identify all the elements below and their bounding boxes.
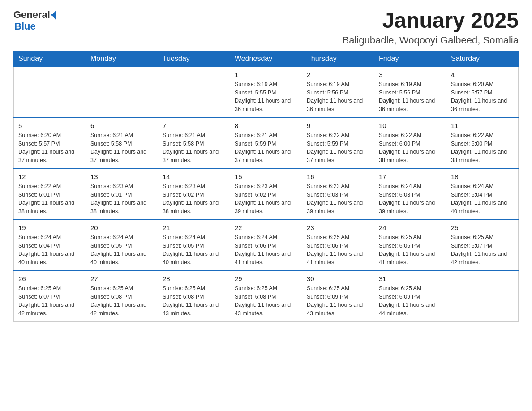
calendar-cell: 9Sunrise: 6:22 AMSunset: 5:59 PMDaylight…	[302, 118, 374, 169]
day-info: Sunrise: 6:20 AMSunset: 5:57 PMDaylight:…	[18, 131, 81, 165]
day-info: Sunrise: 6:24 AMSunset: 6:05 PMDaylight:…	[163, 233, 225, 267]
day-number: 24	[379, 224, 442, 231]
day-info: Sunrise: 6:25 AMSunset: 6:06 PMDaylight:…	[379, 233, 442, 267]
day-info: Sunrise: 6:19 AMSunset: 5:56 PMDaylight:…	[307, 80, 369, 114]
calendar-cell: 31Sunrise: 6:25 AMSunset: 6:09 PMDayligh…	[374, 271, 446, 322]
day-info: Sunrise: 6:25 AMSunset: 6:09 PMDaylight:…	[379, 284, 442, 318]
calendar-cell: 3Sunrise: 6:19 AMSunset: 5:56 PMDaylight…	[374, 67, 446, 118]
calendar-title: January 2025	[343, 9, 519, 33]
day-number: 1	[235, 71, 297, 78]
day-info: Sunrise: 6:24 AMSunset: 6:04 PMDaylight:…	[451, 182, 514, 216]
calendar-week-row: 19Sunrise: 6:24 AMSunset: 6:04 PMDayligh…	[14, 220, 519, 271]
day-number: 25	[451, 224, 514, 231]
day-number: 21	[163, 224, 225, 231]
calendar-cell: 17Sunrise: 6:24 AMSunset: 6:03 PMDayligh…	[374, 169, 446, 220]
calendar-cell: 23Sunrise: 6:25 AMSunset: 6:06 PMDayligh…	[302, 220, 374, 271]
calendar-cell: 29Sunrise: 6:25 AMSunset: 6:08 PMDayligh…	[230, 271, 302, 322]
day-number: 26	[18, 275, 81, 283]
title-block: January 2025 Baligubadle, Woqooyi Galbee…	[343, 9, 519, 46]
day-number: 4	[451, 71, 514, 78]
calendar-header-row: SundayMondayTuesdayWednesdayThursdayFrid…	[14, 51, 519, 67]
day-number: 6	[90, 122, 153, 129]
calendar-cell: 5Sunrise: 6:20 AMSunset: 5:57 PMDaylight…	[14, 118, 86, 169]
calendar-week-row: 5Sunrise: 6:20 AMSunset: 5:57 PMDaylight…	[14, 118, 519, 169]
day-info: Sunrise: 6:25 AMSunset: 6:07 PMDaylight:…	[18, 284, 81, 318]
calendar-cell: 30Sunrise: 6:25 AMSunset: 6:09 PMDayligh…	[302, 271, 374, 322]
day-info: Sunrise: 6:23 AMSunset: 6:02 PMDaylight:…	[163, 182, 225, 216]
calendar-cell: 7Sunrise: 6:21 AMSunset: 5:58 PMDaylight…	[158, 118, 230, 169]
day-info: Sunrise: 6:21 AMSunset: 5:59 PMDaylight:…	[235, 131, 297, 165]
day-info: Sunrise: 6:23 AMSunset: 6:03 PMDaylight:…	[307, 182, 369, 216]
calendar-week-row: 12Sunrise: 6:22 AMSunset: 6:01 PMDayligh…	[14, 169, 519, 220]
day-number: 30	[307, 275, 369, 283]
calendar-cell	[446, 271, 519, 322]
day-info: Sunrise: 6:25 AMSunset: 6:08 PMDaylight:…	[90, 284, 153, 318]
day-number: 22	[235, 224, 297, 231]
calendar-cell: 11Sunrise: 6:22 AMSunset: 6:00 PMDayligh…	[446, 118, 519, 169]
day-number: 27	[90, 275, 153, 283]
logo-general-text: General	[13, 9, 50, 21]
column-header-sunday: Sunday	[14, 51, 86, 67]
day-info: Sunrise: 6:22 AMSunset: 6:00 PMDaylight:…	[379, 131, 442, 165]
day-number: 12	[18, 173, 81, 180]
calendar-cell	[14, 67, 86, 118]
day-info: Sunrise: 6:25 AMSunset: 6:07 PMDaylight:…	[451, 233, 514, 267]
day-number: 28	[163, 275, 225, 283]
column-header-wednesday: Wednesday	[230, 51, 302, 67]
day-info: Sunrise: 6:24 AMSunset: 6:03 PMDaylight:…	[379, 182, 442, 216]
day-number: 10	[379, 122, 442, 129]
column-header-friday: Friday	[374, 51, 446, 67]
calendar-cell: 26Sunrise: 6:25 AMSunset: 6:07 PMDayligh…	[14, 271, 86, 322]
day-number: 5	[18, 122, 81, 129]
calendar-cell: 16Sunrise: 6:23 AMSunset: 6:03 PMDayligh…	[302, 169, 374, 220]
calendar-cell: 19Sunrise: 6:24 AMSunset: 6:04 PMDayligh…	[14, 220, 86, 271]
column-header-thursday: Thursday	[302, 51, 374, 67]
day-info: Sunrise: 6:24 AMSunset: 6:05 PMDaylight:…	[90, 233, 153, 267]
calendar-cell	[86, 67, 158, 118]
day-info: Sunrise: 6:25 AMSunset: 6:06 PMDaylight:…	[307, 233, 369, 267]
day-info: Sunrise: 6:19 AMSunset: 5:56 PMDaylight:…	[379, 80, 442, 114]
day-info: Sunrise: 6:22 AMSunset: 6:01 PMDaylight:…	[18, 182, 81, 216]
calendar-cell: 18Sunrise: 6:24 AMSunset: 6:04 PMDayligh…	[446, 169, 519, 220]
day-info: Sunrise: 6:21 AMSunset: 5:58 PMDaylight:…	[163, 131, 225, 165]
day-info: Sunrise: 6:23 AMSunset: 6:02 PMDaylight:…	[235, 182, 297, 216]
day-number: 31	[379, 275, 442, 283]
day-number: 14	[163, 173, 225, 180]
day-info: Sunrise: 6:25 AMSunset: 6:08 PMDaylight:…	[235, 284, 297, 318]
calendar-week-row: 1Sunrise: 6:19 AMSunset: 5:55 PMDaylight…	[14, 67, 519, 118]
column-header-tuesday: Tuesday	[158, 51, 230, 67]
day-info: Sunrise: 6:21 AMSunset: 5:58 PMDaylight:…	[90, 131, 153, 165]
page-header: General Blue January 2025 Baligubadle, W…	[13, 9, 519, 46]
day-info: Sunrise: 6:19 AMSunset: 5:55 PMDaylight:…	[235, 80, 297, 114]
day-number: 2	[307, 71, 369, 78]
day-info: Sunrise: 6:22 AMSunset: 6:00 PMDaylight:…	[451, 131, 514, 165]
day-number: 15	[235, 173, 297, 180]
day-info: Sunrise: 6:25 AMSunset: 6:08 PMDaylight:…	[163, 284, 225, 318]
calendar-table: SundayMondayTuesdayWednesdayThursdayFrid…	[13, 51, 519, 322]
day-number: 16	[307, 173, 369, 180]
day-number: 29	[235, 275, 297, 283]
day-number: 3	[379, 71, 442, 78]
calendar-cell: 24Sunrise: 6:25 AMSunset: 6:06 PMDayligh…	[374, 220, 446, 271]
calendar-cell: 12Sunrise: 6:22 AMSunset: 6:01 PMDayligh…	[14, 169, 86, 220]
calendar-cell: 1Sunrise: 6:19 AMSunset: 5:55 PMDaylight…	[230, 67, 302, 118]
column-header-monday: Monday	[86, 51, 158, 67]
calendar-cell: 27Sunrise: 6:25 AMSunset: 6:08 PMDayligh…	[86, 271, 158, 322]
calendar-cell	[158, 67, 230, 118]
calendar-cell: 15Sunrise: 6:23 AMSunset: 6:02 PMDayligh…	[230, 169, 302, 220]
calendar-cell: 2Sunrise: 6:19 AMSunset: 5:56 PMDaylight…	[302, 67, 374, 118]
calendar-cell: 20Sunrise: 6:24 AMSunset: 6:05 PMDayligh…	[86, 220, 158, 271]
day-number: 8	[235, 122, 297, 129]
calendar-cell: 8Sunrise: 6:21 AMSunset: 5:59 PMDaylight…	[230, 118, 302, 169]
logo-blue-text: Blue	[14, 21, 36, 32]
calendar-cell: 21Sunrise: 6:24 AMSunset: 6:05 PMDayligh…	[158, 220, 230, 271]
calendar-cell: 10Sunrise: 6:22 AMSunset: 6:00 PMDayligh…	[374, 118, 446, 169]
day-number: 20	[90, 224, 153, 231]
logo: General Blue	[13, 9, 56, 32]
day-info: Sunrise: 6:20 AMSunset: 5:57 PMDaylight:…	[451, 80, 514, 114]
calendar-cell: 25Sunrise: 6:25 AMSunset: 6:07 PMDayligh…	[446, 220, 519, 271]
day-info: Sunrise: 6:23 AMSunset: 6:01 PMDaylight:…	[90, 182, 153, 216]
calendar-cell: 6Sunrise: 6:21 AMSunset: 5:58 PMDaylight…	[86, 118, 158, 169]
calendar-week-row: 26Sunrise: 6:25 AMSunset: 6:07 PMDayligh…	[14, 271, 519, 322]
calendar-cell: 22Sunrise: 6:24 AMSunset: 6:06 PMDayligh…	[230, 220, 302, 271]
